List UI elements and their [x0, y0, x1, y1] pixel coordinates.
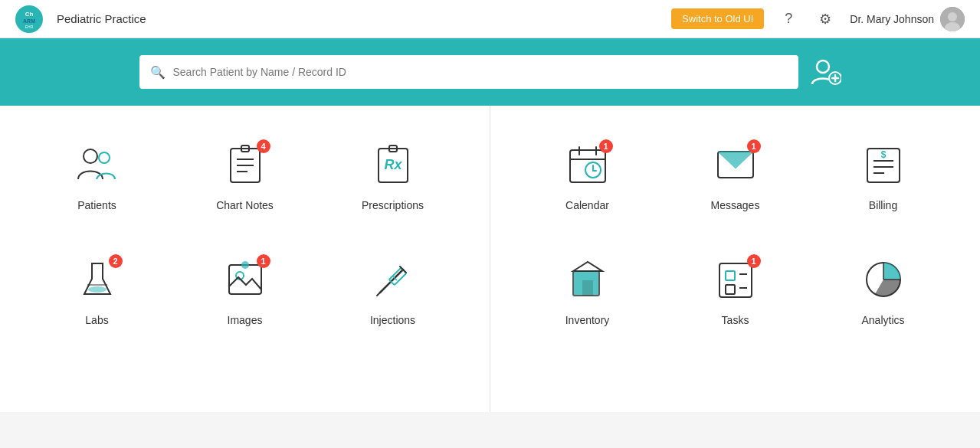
chart-notes-label: Chart Notes — [216, 199, 274, 211]
chart-notes-badge: 4 — [257, 139, 270, 153]
analytics-item[interactable]: Analytics — [817, 244, 949, 335]
main-content: Patients 4 Chart Notes — [0, 106, 980, 412]
chart-notes-item[interactable]: 4 Chart Notes — [179, 129, 311, 221]
images-label: Images — [228, 314, 263, 326]
svg-point-7 — [817, 60, 829, 73]
user-name-label: Dr. Mary Johnson — [850, 13, 934, 25]
billing-label: Billing — [869, 199, 897, 211]
charm-logo-icon: Ch ARM EHR — [15, 5, 43, 33]
help-icon: ? — [785, 11, 792, 27]
svg-point-5 — [948, 12, 957, 21]
left-panel: Patients 4 Chart Notes — [0, 106, 490, 412]
app-header: Ch ARM EHR Pediatric Practice Switch to … — [0, 0, 980, 38]
billing-item[interactable]: $ Billing — [817, 129, 949, 221]
search-icon: 🔍 — [150, 65, 166, 80]
injections-item[interactable]: Injections — [326, 244, 459, 335]
svg-text:Ch: Ch — [25, 11, 34, 18]
chart-notes-icon-wrapper: 4 — [218, 138, 272, 191]
svg-marker-46 — [573, 262, 602, 271]
left-icon-grid: Patients 4 Chart Notes — [31, 129, 459, 335]
tasks-label: Tasks — [722, 314, 749, 326]
svg-point-22 — [88, 286, 107, 293]
injections-icon — [371, 257, 415, 302]
user-menu[interactable]: Dr. Mary Johnson — [850, 7, 965, 31]
right-icon-grid: 1 Calendar 1 Messages — [521, 129, 949, 335]
avatar — [940, 7, 965, 31]
labs-item[interactable]: 2 Labs — [31, 244, 163, 335]
calendar-icon-wrapper: 1 — [561, 138, 615, 191]
svg-text:EHR: EHR — [25, 25, 34, 29]
svg-marker-39 — [718, 152, 753, 168]
svg-rect-49 — [726, 271, 735, 280]
calendar-item[interactable]: 1 Calendar — [521, 129, 654, 221]
add-patient-button[interactable] — [811, 57, 841, 87]
images-badge: 1 — [257, 254, 270, 268]
patients-item[interactable]: Patients — [31, 129, 163, 221]
messages-label: Messages — [711, 199, 760, 211]
inventory-icon-wrapper — [561, 253, 615, 306]
messages-item[interactable]: 1 Messages — [669, 129, 801, 221]
injections-label: Injections — [370, 314, 415, 326]
labs-badge: 2 — [109, 254, 123, 268]
labs-label: Labs — [85, 314, 108, 326]
search-area: 🔍 — [0, 38, 980, 106]
switch-ui-button[interactable]: Switch to Old UI — [671, 8, 764, 29]
settings-button[interactable]: ⚙ — [813, 7, 837, 31]
practice-title: Pediatric Practice — [57, 12, 146, 25]
injections-icon-wrapper — [366, 253, 420, 306]
search-input[interactable] — [173, 66, 788, 78]
svg-point-12 — [99, 152, 110, 163]
prescriptions-icon-wrapper: Rx — [366, 138, 420, 191]
tasks-icon-wrapper: 1 — [709, 253, 762, 306]
add-patient-icon — [811, 57, 841, 87]
logo-area: Ch ARM EHR Pediatric Practice — [15, 5, 146, 33]
svg-line-26 — [380, 270, 403, 293]
billing-icon-wrapper: $ — [857, 138, 910, 191]
inventory-item[interactable]: Inventory — [521, 244, 654, 335]
tasks-badge: 1 — [747, 254, 761, 268]
analytics-icon-wrapper — [857, 253, 910, 306]
prescriptions-item[interactable]: Rx Prescriptions — [326, 129, 459, 221]
svg-rect-47 — [582, 280, 593, 296]
gear-icon: ⚙ — [819, 11, 831, 28]
images-item[interactable]: 1 Images — [179, 244, 311, 335]
svg-rect-23 — [229, 265, 261, 294]
messages-badge: 1 — [747, 139, 761, 153]
analytics-label: Analytics — [861, 314, 904, 326]
svg-text:ARM: ARM — [23, 18, 35, 24]
svg-text:$: $ — [880, 149, 886, 160]
analytics-icon — [861, 257, 906, 302]
billing-icon: $ — [861, 142, 906, 187]
svg-line-29 — [377, 291, 382, 296]
svg-text:Rx: Rx — [384, 157, 402, 172]
header-actions: Switch to Old UI ? ⚙ Dr. Mary Johnson — [671, 7, 965, 31]
inventory-label: Inventory — [565, 314, 610, 326]
svg-point-11 — [84, 149, 97, 163]
patients-icon-wrapper — [70, 138, 124, 191]
messages-icon-wrapper: 1 — [709, 138, 762, 191]
inventory-icon — [565, 257, 610, 302]
tasks-item[interactable]: 1 Tasks — [669, 244, 801, 335]
help-button[interactable]: ? — [776, 7, 801, 31]
patients-icon — [75, 142, 120, 187]
calendar-badge: 1 — [599, 139, 613, 153]
labs-icon-wrapper: 2 — [70, 253, 124, 306]
svg-point-25 — [241, 261, 249, 269]
svg-rect-51 — [726, 285, 735, 294]
prescriptions-icon: Rx — [371, 142, 415, 187]
search-container: 🔍 — [139, 55, 798, 89]
patients-label: Patients — [77, 199, 116, 211]
images-icon-wrapper: 1 — [218, 253, 272, 306]
calendar-label: Calendar — [565, 199, 609, 211]
prescriptions-label: Prescriptions — [362, 199, 424, 211]
right-panel: 1 Calendar 1 Messages — [490, 106, 980, 412]
